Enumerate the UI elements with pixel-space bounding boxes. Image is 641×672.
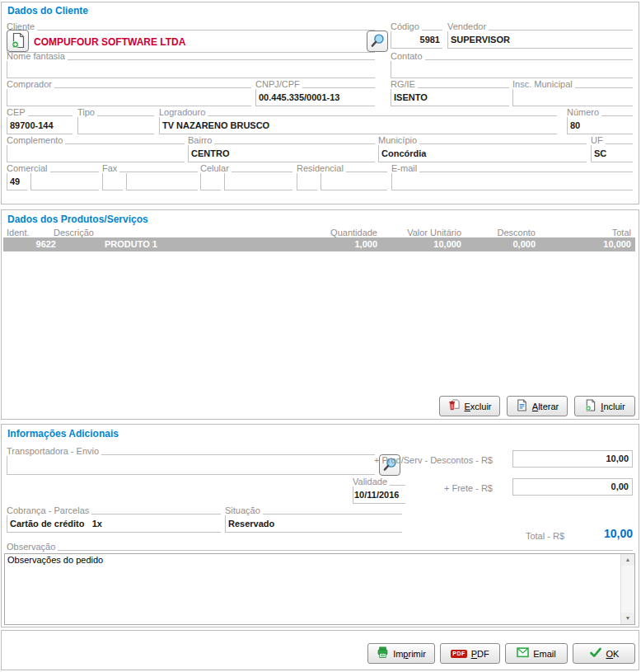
cliente-input[interactable]: COMPUFOUR SOFTWARE LTDA [7,31,375,53]
field-complemento: Complemento [7,135,185,162]
alterar-label: Alterar [532,402,559,411]
fax-ddd-input[interactable] [102,173,123,190]
pdf-icon: PDF [451,650,467,658]
imprimir-label: Imprimir [393,649,426,659]
contato-label: Contato [391,51,633,61]
cep-input[interactable]: 89700-144 [7,117,73,134]
codigo-input[interactable]: 5981 [391,31,442,49]
residencial-label: Residencial [297,163,387,173]
comercial-ddd-input[interactable]: 49 [7,173,27,190]
field-municipio: Município Concórdia [378,135,587,162]
tipo-label: Tipo [77,107,154,117]
validade-label: Validade [353,477,405,486]
comprador-label: Comprador [7,79,251,89]
field-bairro: Bairro CENTRO [188,135,375,162]
vendedor-input[interactable]: SUPERVISOR [447,31,633,49]
field-uf: UF SC [591,135,633,162]
field-situacao: Situação Reservado [225,505,402,533]
column-header-descricao: Descrição [54,228,152,237]
field-transportadora: Transportadora - Envio [7,446,375,475]
tipo-input[interactable] [77,117,154,134]
cobranca-parcelas-label: Cobrança - Parcelas [7,505,221,515]
email-button[interactable]: Email [505,643,568,664]
prod-serv-descontos-input[interactable]: 10,00 [512,450,633,468]
search-client-button[interactable] [367,31,388,52]
bairro-input[interactable]: CENTRO [188,145,375,162]
email-icon [517,647,529,660]
field-insc-municipal: Insc. Municipal [512,79,633,106]
scroll-up-icon[interactable]: ▲ [621,554,634,566]
numero-label: Número [567,107,633,117]
cnpj-cpf-input[interactable]: 00.445.335/0001-13 [255,89,375,106]
product-total: 10,000 [547,237,631,251]
field-comprador: Comprador [7,79,251,106]
field-comercial: Comercial 49 [7,163,99,190]
complemento-input[interactable] [7,145,185,162]
excluir-button[interactable]: Excluir [439,396,500,416]
frete-input[interactable]: 0,00 [512,478,633,496]
ok-label: OK [606,649,620,659]
residencial-ddd-input[interactable] [297,173,317,190]
transportadora-label: Transportadora - Envio [7,446,375,456]
prod-serv-descontos-label: + Prod/Serv - Descontos - R$ [330,455,493,465]
client-section-title: Dados do Cliente [7,5,88,16]
celular-ddd-input[interactable] [200,173,221,190]
column-header-ident: Ident. [7,228,48,237]
field-celular: Celular [200,163,292,190]
nome-fantasia-input[interactable] [7,61,375,78]
email-input[interactable] [391,173,633,190]
imprimir-button[interactable]: Imprimir [367,643,435,664]
observacao-label: Observação [7,542,633,552]
incluir-button[interactable]: Incluir [574,396,635,416]
bairro-label: Bairro [188,135,375,145]
product-desconto: 0,000 [453,237,536,251]
rg-ie-input[interactable]: ISENTO [391,89,509,106]
field-cnpj-cpf: CNPJ/CPF 00.445.335/0001-13 [255,79,375,106]
residencial-input[interactable] [320,173,387,190]
logradouro-label: Logradouro [159,107,557,117]
field-codigo: Código 5981 [391,21,442,49]
field-logradouro: Logradouro TV NAZARENO BRUSCO [159,107,557,134]
product-ident: 9622 [7,237,56,251]
pdf-label: PDF [471,649,489,659]
order-window: { "colors": { "accent": "#0086d1", "clie… [0,0,641,672]
ok-button[interactable]: OK [573,643,635,664]
field-tipo: Tipo [77,107,154,134]
contato-input[interactable] [391,61,633,78]
field-contato: Contato [391,51,633,78]
product-valor-unitario: 10,000 [379,237,461,251]
cobranca-parcelas-input[interactable]: Cartão de crédito 1x [7,515,221,533]
field-cep: CEP 89700-144 [7,107,73,134]
email-label: Email [533,649,556,659]
scroll-down-icon[interactable]: ▼ [621,613,634,624]
celular-input[interactable] [224,173,292,190]
uf-label: UF [591,135,633,145]
product-quantidade: 1,000 [295,237,377,251]
validade-input[interactable]: 10/11/2016 [353,486,405,504]
numero-input[interactable]: 80 [567,117,633,134]
observacao-box: Observações do pedido ▲ ▼ [4,553,635,625]
uf-input[interactable]: SC [591,145,633,162]
municipio-input[interactable]: Concórdia [378,145,587,162]
column-header-desconto: Desconto [453,228,536,237]
observacao-input[interactable]: Observações do pedido [5,554,620,624]
logradouro-input[interactable]: TV NAZARENO BRUSCO [159,117,557,134]
nome-fantasia-label: Nome fantasia [7,51,375,61]
pdf-button[interactable]: PDF PDF [440,643,500,664]
comprador-input[interactable] [7,89,251,106]
comercial-input[interactable] [30,173,99,190]
insc-municipal-input[interactable] [512,89,633,106]
transportadora-input[interactable] [7,456,375,475]
print-icon [377,646,389,660]
column-header-quantidade: Quantidade [295,228,377,237]
new-client-button[interactable] [7,30,29,52]
observacao-scrollbar[interactable]: ▲ ▼ [620,554,634,624]
field-cobranca-parcelas: Cobrança - Parcelas Cartão de crédito 1x [7,505,221,533]
field-cliente: Cliente COMPUFOUR SOFTWARE LTDA [7,21,375,53]
alterar-button[interactable]: Alterar [507,396,568,416]
fax-input[interactable] [126,173,198,190]
product-row-selected[interactable]: 9622 PRODUTO 1 1,000 10,000 0,000 10,000 [3,237,635,251]
document-add-icon [10,32,26,50]
situacao-input[interactable]: Reservado [225,515,402,533]
field-residencial: Residencial [297,163,387,190]
